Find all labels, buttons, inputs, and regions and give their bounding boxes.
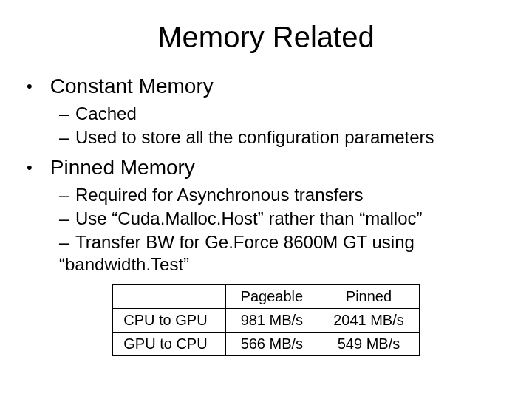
table-row: Pageable Pinned (113, 285, 420, 309)
bullet-text: Use “Cuda.Malloc.Host” rather than “mall… (75, 208, 423, 228)
sub-list: Cached Used to store all the configurati… (27, 103, 505, 149)
table-cell: 566 MB/s (225, 332, 318, 356)
bandwidth-table: Pageable Pinned CPU to GPU 981 MB/s 2041… (112, 284, 420, 356)
list-item: Use “Cuda.Malloc.Host” rather than “mall… (59, 208, 505, 230)
table-header: Pageable (225, 285, 318, 309)
list-item: Used to store all the configuration para… (59, 126, 505, 149)
list-item: Cached (59, 103, 505, 125)
list-item: Constant Memory Cached Used to store all… (27, 75, 505, 149)
bullet-text: Transfer BW for Ge.Force 8600M GT using … (59, 232, 415, 274)
list-item: Pinned Memory Required for Asynchronous … (27, 156, 505, 276)
table-cell: 981 MB/s (225, 309, 318, 332)
slide-title: Memory Related (27, 21, 505, 54)
bullet-text: Used to store all the configuration para… (75, 127, 434, 147)
table-header-blank (113, 285, 225, 309)
table-cell: 549 MB/s (318, 332, 420, 356)
table-header: Pinned (318, 285, 420, 309)
table-cell: GPU to CPU (113, 332, 225, 356)
bullet-list: Constant Memory Cached Used to store all… (27, 75, 505, 276)
table-cell: 2041 MB/s (318, 309, 420, 332)
table-container: Pageable Pinned CPU to GPU 981 MB/s 2041… (27, 284, 505, 356)
bullet-text: Pinned Memory (50, 156, 195, 179)
sub-list: Required for Asynchronous transfers Use … (27, 184, 505, 276)
table-cell: CPU to GPU (113, 309, 225, 332)
bullet-text: Constant Memory (50, 75, 214, 98)
bullet-text: Required for Asynchronous transfers (75, 185, 364, 205)
table-row: CPU to GPU 981 MB/s 2041 MB/s (113, 309, 420, 332)
list-item: Transfer BW for Ge.Force 8600M GT using … (59, 231, 505, 276)
list-item: Required for Asynchronous transfers (59, 184, 505, 206)
bullet-text: Cached (75, 103, 137, 123)
table-row: GPU to CPU 566 MB/s 549 MB/s (113, 332, 420, 356)
